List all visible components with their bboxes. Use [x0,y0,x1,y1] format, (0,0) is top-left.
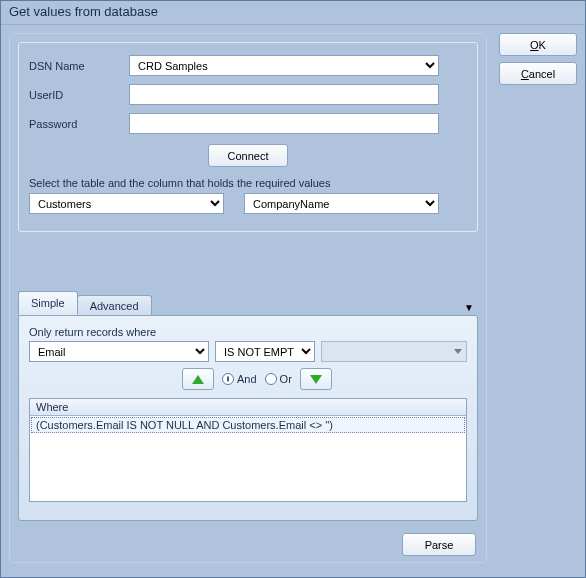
userid-label: UserID [29,89,129,101]
where-grid-row[interactable]: (Customers.Email IS NOT NULL AND Custome… [31,417,465,433]
tab-panel-simple: Only return records where Email IS NOT E… [18,315,478,521]
cancel-button[interactable]: Cancel [499,62,577,85]
arrow-up-icon [192,375,204,384]
column-select[interactable]: CompanyName [244,193,439,214]
action-buttons: OK Cancel [499,33,577,85]
radio-icon [265,373,277,385]
window-title: Get values from database [9,4,158,19]
connection-frame: DSN Name CRD Samples UserID Password Con… [18,42,478,232]
or-radio[interactable]: Or [265,373,292,385]
main-frame: DSN Name CRD Samples UserID Password Con… [9,33,487,563]
dialog-window: Get values from database OK Cancel DSN N… [0,0,586,578]
userid-input[interactable] [129,84,439,105]
dialog-body: OK Cancel DSN Name CRD Samples UserID Pa… [1,25,585,575]
and-label: And [237,373,257,385]
where-grid[interactable]: Where (Customers.Email IS NOT NULL AND C… [29,398,467,502]
filter-operator-select[interactable]: IS NOT EMPTY [215,341,315,362]
tab-simple[interactable]: Simple [18,291,78,315]
and-radio[interactable]: And [222,373,257,385]
password-label: Password [29,118,129,130]
parse-button[interactable]: Parse [402,533,476,556]
table-select[interactable]: Customers [29,193,224,214]
table-column-hint: Select the table and the column that hol… [29,177,467,189]
dsn-label: DSN Name [29,60,129,72]
arrow-down-icon [310,375,322,384]
ok-button[interactable]: OK [499,33,577,56]
filter-value-combo[interactable] [321,341,467,362]
add-condition-button[interactable] [300,368,332,390]
tab-strip: Simple Advanced ▼ [18,291,478,315]
filter-tabs: Simple Advanced ▼ Only return records wh… [18,291,478,521]
where-grid-header: Where [30,399,466,416]
tab-advanced[interactable]: Advanced [77,295,152,315]
connect-button[interactable]: Connect [208,144,288,167]
or-label: Or [280,373,292,385]
remove-condition-button[interactable] [182,368,214,390]
tab-expand-icon[interactable]: ▼ [460,300,478,315]
radio-icon [222,373,234,385]
dsn-select[interactable]: CRD Samples [129,55,439,76]
filter-label: Only return records where [29,326,467,338]
title-bar: Get values from database [1,1,585,25]
filter-field-select[interactable]: Email [29,341,209,362]
password-input[interactable] [129,113,439,134]
